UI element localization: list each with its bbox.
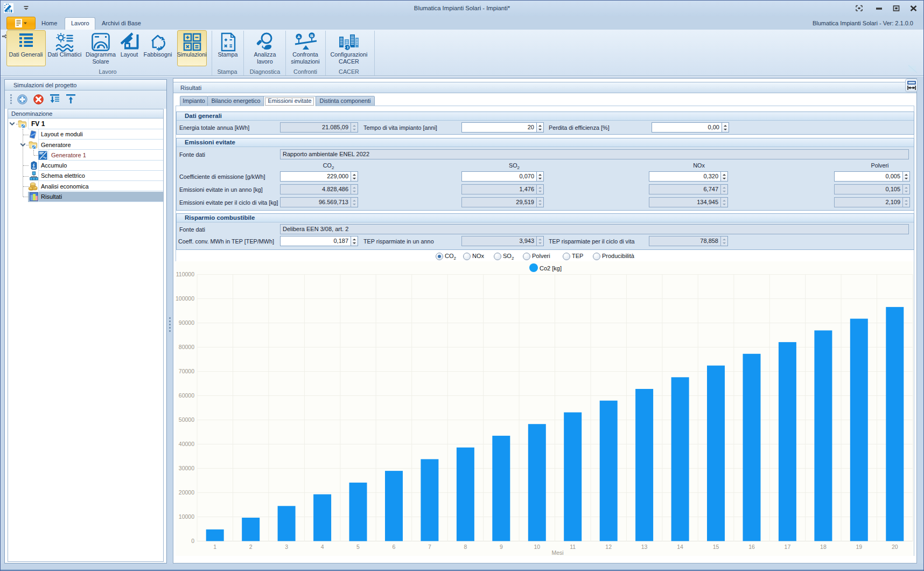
svg-text:Mesi: Mesi: [551, 549, 563, 556]
svg-text:90000: 90000: [179, 319, 194, 326]
svg-text:20: 20: [892, 544, 898, 550]
svg-text:100000: 100000: [176, 295, 194, 302]
svg-text:4: 4: [321, 544, 324, 550]
svg-text:16: 16: [748, 544, 755, 550]
svg-text:10000: 10000: [179, 513, 194, 520]
svg-text:110000: 110000: [176, 271, 194, 277]
svg-text:0: 0: [191, 538, 194, 544]
svg-text:7: 7: [428, 544, 431, 550]
svg-text:11: 11: [570, 544, 576, 550]
svg-text:3: 3: [285, 544, 288, 550]
svg-text:19: 19: [856, 544, 862, 550]
svg-text:13: 13: [641, 544, 648, 550]
svg-text:14: 14: [677, 544, 683, 550]
svg-text:50000: 50000: [179, 416, 194, 423]
svg-text:40000: 40000: [179, 441, 194, 447]
svg-text:1: 1: [213, 544, 216, 550]
svg-text:9: 9: [500, 544, 503, 550]
svg-text:20000: 20000: [179, 489, 194, 496]
svg-text:B: B: [310, 33, 313, 38]
svg-text:Co2 [kg]: Co2 [kg]: [540, 265, 562, 271]
svg-text:18: 18: [820, 544, 827, 550]
svg-text:60000: 60000: [179, 392, 194, 399]
svg-text:8: 8: [464, 544, 467, 550]
svg-text:A: A: [297, 34, 300, 39]
svg-text:2: 2: [249, 544, 253, 550]
svg-text:10: 10: [534, 544, 540, 550]
svg-text:17: 17: [785, 544, 791, 550]
svg-text:70000: 70000: [179, 368, 194, 374]
svg-text:15: 15: [713, 544, 719, 550]
svg-text:6: 6: [393, 544, 396, 550]
svg-text:5: 5: [356, 544, 360, 550]
svg-text:80000: 80000: [179, 344, 194, 350]
svg-text:30000: 30000: [179, 465, 194, 471]
svg-text:12: 12: [605, 544, 612, 550]
